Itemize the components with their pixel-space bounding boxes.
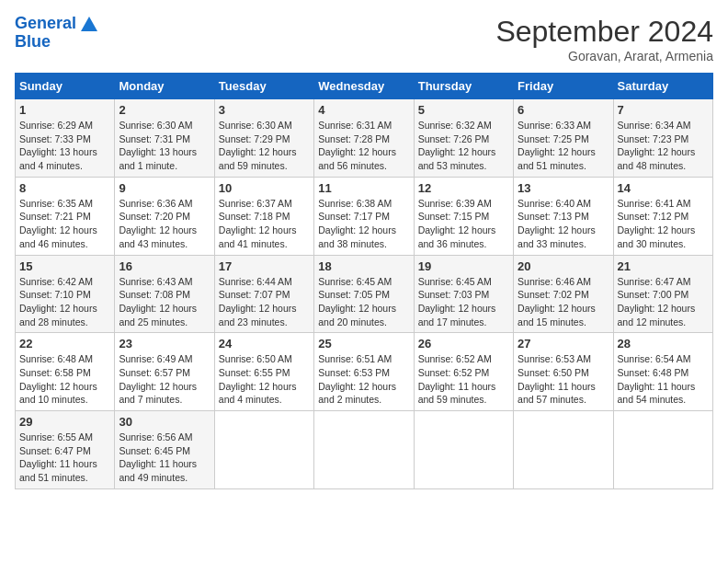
daylight: Daylight: 12 hours and 20 minutes. bbox=[318, 303, 396, 327]
logo-line2: Blue bbox=[15, 33, 51, 52]
calendar-cell: 10 Sunrise: 6:37 AM Sunset: 7:18 PM Dayl… bbox=[214, 177, 313, 255]
sunrise: Sunrise: 6:45 AM bbox=[418, 276, 492, 287]
sunrise: Sunrise: 6:55 AM bbox=[19, 431, 93, 442]
calendar-cell: 8 Sunrise: 6:35 AM Sunset: 7:21 PM Dayli… bbox=[16, 177, 115, 255]
day-number: 3 bbox=[219, 103, 310, 117]
sunrise: Sunrise: 6:42 AM bbox=[19, 276, 93, 287]
title-section: September 2024 Goravan, Ararat, Armenia bbox=[495, 15, 713, 63]
day-info: Sunrise: 6:36 AM Sunset: 7:20 PM Dayligh… bbox=[119, 197, 210, 251]
day-number: 21 bbox=[618, 259, 709, 273]
sunset: Sunset: 7:29 PM bbox=[219, 133, 290, 144]
location: Goravan, Ararat, Armenia bbox=[495, 49, 713, 63]
day-number: 14 bbox=[618, 181, 709, 195]
day-number: 20 bbox=[518, 259, 609, 273]
calendar-cell: 19 Sunrise: 6:45 AM Sunset: 7:03 PM Dayl… bbox=[414, 255, 513, 333]
sunset: Sunset: 6:45 PM bbox=[119, 445, 190, 456]
day-info: Sunrise: 6:29 AM Sunset: 7:33 PM Dayligh… bbox=[19, 119, 110, 173]
sunrise: Sunrise: 6:33 AM bbox=[518, 120, 591, 131]
daylight: Daylight: 12 hours and 53 minutes. bbox=[418, 146, 496, 171]
daylight: Daylight: 12 hours and 38 minutes. bbox=[318, 224, 396, 249]
calendar-week-row: 22 Sunrise: 6:48 AM Sunset: 6:58 PM Dayl… bbox=[16, 333, 713, 411]
day-number: 25 bbox=[318, 337, 409, 350]
sunset: Sunset: 6:57 PM bbox=[119, 367, 190, 378]
day-number: 11 bbox=[318, 181, 409, 195]
daylight: Daylight: 12 hours and 2 minutes. bbox=[318, 381, 396, 406]
day-number: 29 bbox=[19, 415, 110, 429]
day-number: 22 bbox=[19, 337, 110, 350]
calendar-cell: 9 Sunrise: 6:36 AM Sunset: 7:20 PM Dayli… bbox=[115, 177, 214, 255]
calendar-cell: 1 Sunrise: 6:29 AM Sunset: 7:33 PM Dayli… bbox=[16, 99, 115, 178]
day-info: Sunrise: 6:46 AM Sunset: 7:02 PM Dayligh… bbox=[518, 275, 609, 329]
sunset: Sunset: 6:55 PM bbox=[219, 367, 290, 378]
calendar-cell: 26 Sunrise: 6:52 AM Sunset: 6:52 PM Dayl… bbox=[414, 333, 513, 411]
sunset: Sunset: 7:15 PM bbox=[418, 211, 490, 222]
day-number: 8 bbox=[19, 181, 110, 195]
day-number: 19 bbox=[418, 259, 509, 273]
sunrise: Sunrise: 6:41 AM bbox=[618, 198, 691, 209]
sunrise: Sunrise: 6:46 AM bbox=[518, 276, 591, 287]
calendar-week-row: 8 Sunrise: 6:35 AM Sunset: 7:21 PM Dayli… bbox=[16, 177, 713, 255]
day-info: Sunrise: 6:40 AM Sunset: 7:13 PM Dayligh… bbox=[518, 197, 609, 251]
daylight: Daylight: 12 hours and 10 minutes. bbox=[19, 381, 97, 406]
calendar-week-row: 15 Sunrise: 6:42 AM Sunset: 7:10 PM Dayl… bbox=[16, 255, 713, 333]
day-number: 5 bbox=[418, 103, 509, 117]
logo-line1: General bbox=[15, 15, 97, 33]
sunset: Sunset: 7:20 PM bbox=[119, 211, 190, 222]
weekday-header: Wednesday bbox=[314, 74, 414, 99]
daylight: Daylight: 12 hours and 36 minutes. bbox=[418, 224, 496, 249]
day-info: Sunrise: 6:56 AM Sunset: 6:45 PM Dayligh… bbox=[119, 431, 210, 485]
day-number: 26 bbox=[418, 337, 509, 350]
calendar-cell: 28 Sunrise: 6:54 AM Sunset: 6:48 PM Dayl… bbox=[613, 333, 712, 411]
weekday-header: Saturday bbox=[613, 74, 712, 99]
sunset: Sunset: 7:00 PM bbox=[618, 289, 689, 300]
sunset: Sunset: 7:03 PM bbox=[418, 289, 490, 300]
sunrise: Sunrise: 6:43 AM bbox=[119, 276, 192, 287]
day-number: 1 bbox=[19, 103, 110, 117]
calendar-cell: 3 Sunrise: 6:30 AM Sunset: 7:29 PM Dayli… bbox=[214, 99, 313, 178]
sunrise: Sunrise: 6:29 AM bbox=[19, 120, 93, 131]
sunset: Sunset: 7:18 PM bbox=[219, 211, 290, 222]
day-info: Sunrise: 6:50 AM Sunset: 6:55 PM Dayligh… bbox=[219, 352, 310, 407]
sunrise: Sunrise: 6:50 AM bbox=[219, 353, 292, 364]
daylight: Daylight: 12 hours and 4 minutes. bbox=[219, 381, 297, 406]
sunrise: Sunrise: 6:38 AM bbox=[318, 198, 392, 209]
daylight: Daylight: 11 hours and 57 minutes. bbox=[518, 381, 596, 406]
day-info: Sunrise: 6:43 AM Sunset: 7:08 PM Dayligh… bbox=[119, 275, 210, 329]
weekday-header: Friday bbox=[514, 74, 613, 99]
day-info: Sunrise: 6:54 AM Sunset: 6:48 PM Dayligh… bbox=[618, 352, 709, 407]
sunset: Sunset: 7:10 PM bbox=[19, 289, 91, 300]
daylight: Daylight: 12 hours and 25 minutes. bbox=[119, 303, 197, 327]
sunrise: Sunrise: 6:39 AM bbox=[418, 198, 492, 209]
calendar-cell: 16 Sunrise: 6:43 AM Sunset: 7:08 PM Dayl… bbox=[115, 255, 214, 333]
daylight: Daylight: 11 hours and 54 minutes. bbox=[618, 381, 696, 406]
sunset: Sunset: 7:07 PM bbox=[219, 289, 290, 300]
daylight: Daylight: 12 hours and 7 minutes. bbox=[119, 381, 197, 406]
calendar-cell: 17 Sunrise: 6:44 AM Sunset: 7:07 PM Dayl… bbox=[214, 255, 313, 333]
day-info: Sunrise: 6:39 AM Sunset: 7:15 PM Dayligh… bbox=[418, 197, 509, 251]
day-number: 15 bbox=[19, 259, 110, 273]
calendar-table: SundayMondayTuesdayWednesdayThursdayFrid… bbox=[15, 73, 713, 489]
month-title: September 2024 bbox=[495, 15, 713, 49]
calendar-cell: 30 Sunrise: 6:56 AM Sunset: 6:45 PM Dayl… bbox=[115, 411, 214, 489]
sunset: Sunset: 7:05 PM bbox=[318, 289, 390, 300]
calendar-cell: 24 Sunrise: 6:50 AM Sunset: 6:55 PM Dayl… bbox=[214, 333, 313, 411]
day-number: 2 bbox=[119, 103, 210, 117]
calendar-cell: 29 Sunrise: 6:55 AM Sunset: 6:47 PM Dayl… bbox=[16, 411, 115, 489]
daylight: Daylight: 12 hours and 51 minutes. bbox=[518, 146, 596, 171]
day-info: Sunrise: 6:53 AM Sunset: 6:50 PM Dayligh… bbox=[518, 352, 609, 407]
calendar-cell: 13 Sunrise: 6:40 AM Sunset: 7:13 PM Dayl… bbox=[514, 177, 613, 255]
day-number: 10 bbox=[219, 181, 310, 195]
day-number: 18 bbox=[318, 259, 409, 273]
day-info: Sunrise: 6:38 AM Sunset: 7:17 PM Dayligh… bbox=[318, 197, 409, 251]
sunrise: Sunrise: 6:37 AM bbox=[219, 198, 292, 209]
day-number: 9 bbox=[119, 181, 210, 195]
sunrise: Sunrise: 6:35 AM bbox=[19, 198, 93, 209]
sunrise: Sunrise: 6:48 AM bbox=[19, 353, 93, 364]
calendar-cell bbox=[514, 411, 613, 489]
calendar-cell: 18 Sunrise: 6:45 AM Sunset: 7:05 PM Dayl… bbox=[314, 255, 414, 333]
sunset: Sunset: 6:53 PM bbox=[318, 367, 390, 378]
weekday-header: Thursday bbox=[414, 74, 513, 99]
calendar-cell: 27 Sunrise: 6:53 AM Sunset: 6:50 PM Dayl… bbox=[514, 333, 613, 411]
calendar-week-row: 1 Sunrise: 6:29 AM Sunset: 7:33 PM Dayli… bbox=[16, 99, 713, 178]
sunset: Sunset: 6:52 PM bbox=[418, 367, 490, 378]
